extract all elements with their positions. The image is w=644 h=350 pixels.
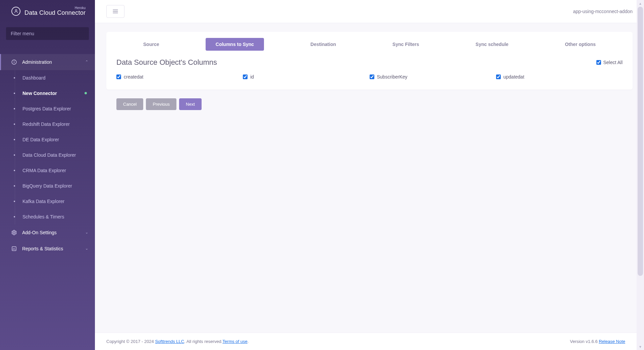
nav-item-label: Schedules & Timers <box>22 214 64 219</box>
gear-icon <box>11 229 17 236</box>
scrollbar[interactable]: ▲ ▼ <box>637 0 644 350</box>
nav-item-datacloud[interactable]: Data Cloud Data Explorer <box>15 147 95 163</box>
scroll-thumb[interactable] <box>638 7 643 276</box>
cancel-button[interactable]: Cancel <box>116 98 143 110</box>
select-all-wrapper[interactable]: Select All <box>596 60 623 65</box>
tab-source[interactable]: Source <box>133 38 169 51</box>
company-link[interactable]: Softtrends LLC <box>155 339 184 344</box>
chevron-down-icon: ⌄ <box>85 230 88 235</box>
nav-items-administration: Dashboard New Connector Postgres Data Ex… <box>15 70 95 224</box>
column-checkbox-id[interactable] <box>243 74 248 79</box>
nav-item-label: Dashboard <box>22 75 46 81</box>
brand-title: Data Cloud Connector <box>24 10 86 16</box>
nav-section-label: Administration <box>22 59 52 65</box>
copyright-text: Copyright © 2017 - 2024 <box>106 339 155 344</box>
tab-destination[interactable]: Destination <box>301 38 346 51</box>
status-dot-icon <box>85 92 87 94</box>
select-all-checkbox[interactable] <box>596 60 601 65</box>
nav-item-de[interactable]: DE Data Explorer <box>15 132 95 147</box>
scroll-down-icon[interactable]: ▼ <box>639 343 642 350</box>
nav-item-label: Postgres Data Explorer <box>22 106 71 111</box>
sidebar: Heroku Data Cloud Connector Administrati… <box>0 0 95 350</box>
app-name-label: app-using-mcconnect-addon <box>573 9 633 14</box>
column-label: id <box>250 74 254 80</box>
nav-item-dashboard[interactable]: Dashboard <box>15 70 95 86</box>
nav-item-label: New Connector <box>22 91 57 96</box>
next-button[interactable]: Next <box>179 98 202 110</box>
nav-item-crma[interactable]: CRMA Data Explorer <box>15 163 95 178</box>
wizard-card: Source Columns to Sync Destination Sync … <box>106 32 633 90</box>
svg-point-0 <box>15 10 17 11</box>
nav-section-addon[interactable]: Add-On Settings ⌄ <box>0 224 95 241</box>
chevron-up-icon: ⌃ <box>85 60 88 64</box>
column-checkbox-subscriberkey[interactable] <box>370 74 374 79</box>
nav-item-redshift[interactable]: Redshift Data Explorer <box>15 116 95 132</box>
tab-schedule[interactable]: Sync schedule <box>466 38 519 51</box>
column-checkbox-updatedat[interactable] <box>496 74 501 79</box>
nav-section-reports[interactable]: Reports & Statistics ⌄ <box>0 241 95 257</box>
nav-item-schedules[interactable]: Schedules & Timers <box>15 209 95 224</box>
column-item[interactable]: SubscriberKey <box>370 74 496 80</box>
nav-item-bigquery[interactable]: BigQuery Data Explorer <box>15 178 95 194</box>
content: Source Columns to Sync Destination Sync … <box>95 23 644 350</box>
tab-other[interactable]: Other options <box>555 38 606 51</box>
release-note-link[interactable]: Release Note <box>599 339 625 344</box>
column-label: updatedat <box>503 74 524 80</box>
nav-item-kafka[interactable]: Kafka Data Explorer <box>15 194 95 209</box>
scroll-track[interactable] <box>637 7 644 343</box>
nav-item-label: DE Data Explorer <box>22 137 59 142</box>
nav-section-label: Reports & Statistics <box>22 246 63 251</box>
footer-left: Copyright © 2017 - 2024 Softtrends LLC. … <box>106 339 249 344</box>
nav-item-new-connector[interactable]: New Connector <box>15 86 95 101</box>
previous-button[interactable]: Previous <box>146 98 176 110</box>
column-item[interactable]: id <box>243 74 369 80</box>
wizard-actions: Cancel Previous Next <box>106 98 633 110</box>
column-item[interactable]: createdat <box>116 74 243 80</box>
svg-point-4 <box>13 232 15 234</box>
brand-logo-icon <box>11 7 20 16</box>
tab-columns[interactable]: Columns to Sync <box>206 38 264 51</box>
hamburger-icon <box>112 9 118 14</box>
tab-filters[interactable]: Sync Filters <box>382 38 429 51</box>
brand: Heroku Data Cloud Connector <box>0 0 95 22</box>
column-label: SubscriberKey <box>377 74 408 80</box>
footer-right: Version v1.6.6 Release Note <box>570 339 625 344</box>
reports-icon <box>11 245 17 252</box>
section-title: Data Source Object's Columns <box>116 58 217 67</box>
column-item[interactable]: updatedat <box>496 74 623 80</box>
nav: Administration ⌃ Dashboard New Connector… <box>0 45 95 350</box>
nav-item-label: Data Cloud Data Explorer <box>22 152 76 158</box>
nav-item-label: Kafka Data Explorer <box>22 199 64 204</box>
terms-link[interactable]: Terms of use <box>222 339 247 344</box>
column-label: createdat <box>124 74 143 80</box>
nav-item-label: CRMA Data Explorer <box>22 168 66 173</box>
columns-row: createdat id SubscriberKey updatedat <box>116 74 623 80</box>
chevron-down-icon: ⌄ <box>85 246 88 251</box>
version-text: Version v1.6.6 <box>570 339 599 344</box>
select-all-label: Select All <box>603 60 623 65</box>
nav-item-label: Redshift Data Explorer <box>22 121 70 127</box>
nav-item-postgres[interactable]: Postgres Data Explorer <box>15 101 95 116</box>
svg-point-3 <box>14 61 14 61</box>
topbar: app-using-mcconnect-addon <box>95 0 644 23</box>
info-icon <box>11 59 17 65</box>
menu-toggle-button[interactable] <box>106 5 124 18</box>
main: app-using-mcconnect-addon Source Columns… <box>95 0 644 350</box>
section-header: Data Source Object's Columns Select All <box>116 58 623 67</box>
nav-section-label: Add-On Settings <box>22 230 57 235</box>
footer: Copyright © 2017 - 2024 Softtrends LLC. … <box>95 333 637 350</box>
rights-text: . All rights reserved. <box>184 339 222 344</box>
column-checkbox-createdat[interactable] <box>116 74 121 79</box>
filter-menu-input[interactable] <box>6 27 89 40</box>
nav-item-label: BigQuery Data Explorer <box>22 183 72 189</box>
wizard-tabs: Source Columns to Sync Destination Sync … <box>116 38 623 51</box>
period: . <box>248 339 249 344</box>
scroll-up-icon[interactable]: ▲ <box>639 0 642 7</box>
nav-section-administration[interactable]: Administration ⌃ <box>0 54 95 70</box>
